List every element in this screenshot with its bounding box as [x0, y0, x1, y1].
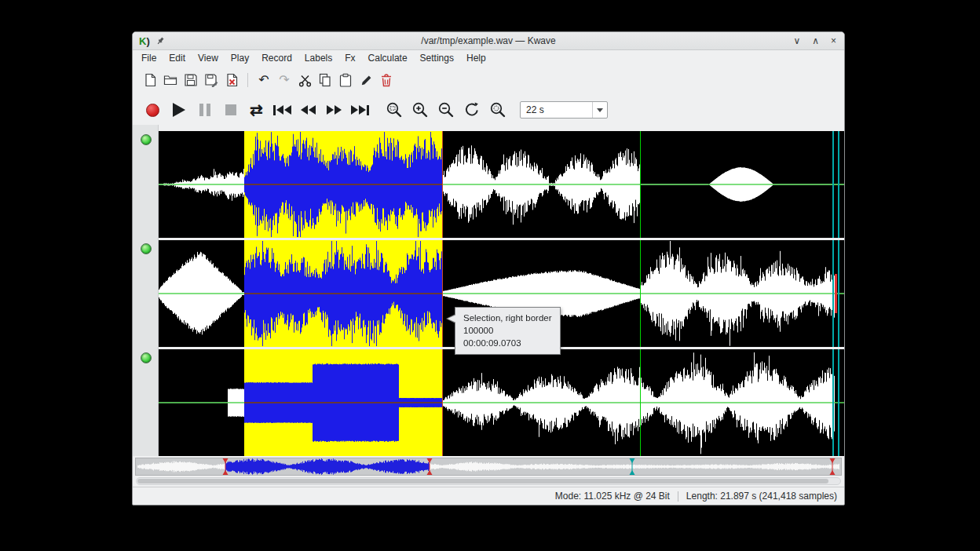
zoom-selection-button[interactable]: [381, 98, 407, 122]
record-icon: [146, 104, 159, 117]
zoom-previous-icon: [463, 101, 481, 119]
zoom-all-icon: [489, 101, 506, 119]
tooltip-title: Selection, right border: [463, 312, 552, 324]
erase-button[interactable]: [356, 70, 376, 90]
track-3-led-button[interactable]: [141, 352, 152, 363]
titlebar[interactable]: K) /var/tmp/example.wav — Kwave ∨ ∧ ×: [133, 32, 844, 50]
skip-start-icon: [273, 105, 291, 115]
save-floppy-icon: [184, 73, 198, 87]
close-button[interactable]: ×: [831, 36, 836, 46]
copy-icon: [318, 73, 332, 87]
forward-icon: [327, 105, 342, 115]
redo-button[interactable]: ↷: [274, 70, 294, 90]
track-1-led-button[interactable]: [141, 134, 152, 145]
transport-toolbar: ⇄: [133, 93, 844, 126]
zoom-previous-button[interactable]: [459, 98, 485, 122]
file-toolbar: ↶ ↷: [133, 67, 844, 93]
new-file-button[interactable]: [140, 70, 160, 90]
skip-start-button[interactable]: [269, 98, 295, 122]
menu-help[interactable]: Help: [460, 50, 492, 66]
menubar: File Edit View Play Record Labels Fx Cal…: [133, 49, 844, 67]
loop-button[interactable]: ⇄: [243, 98, 269, 122]
zoom-all-button[interactable]: [485, 98, 510, 122]
paste-button[interactable]: [335, 70, 356, 90]
menu-edit[interactable]: Edit: [163, 50, 192, 66]
zoom-time-combobox[interactable]: 22 s: [520, 101, 608, 119]
play-button[interactable]: [166, 98, 192, 122]
close-file-button[interactable]: [221, 70, 242, 90]
menu-file[interactable]: File: [135, 50, 163, 66]
track-controls-strip: [133, 125, 159, 456]
toolbar-separator: [247, 73, 248, 87]
menu-play[interactable]: Play: [225, 50, 255, 66]
rewind-icon: [301, 105, 316, 115]
play-icon: [173, 103, 185, 117]
menu-labels[interactable]: Labels: [298, 50, 338, 66]
save-button[interactable]: [181, 70, 201, 90]
forward-button[interactable]: [321, 98, 347, 122]
zoom-in-button[interactable]: [407, 98, 433, 122]
zoom-out-button[interactable]: [433, 98, 459, 122]
zoom-out-icon: [437, 101, 455, 119]
status-separator: [678, 491, 678, 502]
open-file-button[interactable]: [160, 70, 181, 90]
menu-record[interactable]: Record: [255, 50, 298, 66]
menu-fx[interactable]: Fx: [338, 50, 361, 66]
window-title: /var/tmp/example.wav — Kwave: [133, 32, 844, 49]
erase-pen-icon: [360, 74, 373, 87]
trash-icon: [380, 73, 393, 87]
save-as-floppy-pencil-icon: [204, 73, 218, 87]
desktop-background: K) /var/tmp/example.wav — Kwave ∨ ∧ × Fi…: [0, 0, 980, 551]
signal-overview[interactable]: [136, 458, 841, 475]
stop-button[interactable]: [218, 98, 243, 122]
combo-dropdown-arrow-icon: [592, 102, 607, 118]
zoom-in-icon: [411, 101, 429, 119]
scrollbar-thumb[interactable]: [137, 479, 828, 483]
close-file-icon: [225, 73, 239, 87]
redo-icon: ↷: [279, 74, 289, 86]
tooltip-samples: 100000: [463, 324, 552, 337]
stop-icon: [225, 104, 236, 115]
save-as-button[interactable]: [201, 70, 221, 90]
track-1-waveform[interactable]: [159, 131, 844, 238]
menu-settings[interactable]: Settings: [414, 50, 460, 66]
loop-icon: ⇄: [250, 102, 263, 118]
paste-clipboard-icon: [338, 73, 353, 87]
undo-icon: ↶: [258, 74, 269, 86]
status-bar: Mode: 11.025 kHz @ 24 Bit Length: 21.897…: [133, 487, 844, 505]
skip-end-button[interactable]: [347, 98, 373, 122]
shade-button[interactable]: ∨: [793, 36, 800, 46]
cut-button[interactable]: [294, 70, 315, 90]
menu-calculate[interactable]: Calculate: [362, 50, 414, 66]
track-3-waveform[interactable]: [159, 349, 844, 456]
menu-view[interactable]: View: [192, 50, 225, 66]
track-2-led-button[interactable]: [141, 243, 152, 254]
status-mode: Mode: 11.025 kHz @ 24 Bit: [555, 491, 670, 502]
tooltip-time: 00:00:09.0703: [463, 337, 552, 349]
zoom-selection-icon: [386, 101, 403, 119]
cut-scissors-icon: [298, 74, 312, 87]
new-file-icon: [144, 73, 157, 87]
zoom-time-value: 22 s: [521, 104, 592, 115]
maximize-button[interactable]: ∧: [812, 36, 819, 46]
horizontal-scrollbar[interactable]: [136, 477, 841, 485]
selection-tooltip: Selection, right border 100000 00:00:09.…: [455, 307, 561, 355]
copy-button[interactable]: [315, 70, 335, 90]
skip-end-icon: [351, 105, 369, 115]
open-folder-icon: [163, 73, 177, 87]
pause-icon: [199, 104, 210, 116]
record-button[interactable]: [140, 98, 166, 122]
status-length: Length: 21.897 s (241,418 samples): [686, 491, 837, 502]
delete-button[interactable]: [376, 70, 397, 90]
undo-button[interactable]: ↶: [254, 70, 274, 90]
kwave-window: K) /var/tmp/example.wav — Kwave ∨ ∧ × Fi…: [132, 31, 845, 505]
rewind-button[interactable]: [295, 98, 321, 122]
pause-button[interactable]: [192, 98, 218, 122]
